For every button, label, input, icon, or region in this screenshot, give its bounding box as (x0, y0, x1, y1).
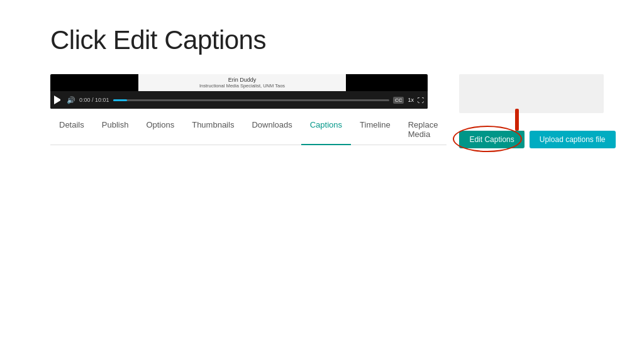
tab-replace-media[interactable]: Replace Media (399, 115, 447, 145)
page-title: Click Edit Captions (0, 0, 644, 68)
video-player: Erin Duddy Instructional Media Specialis… (50, 74, 428, 109)
tab-thumbnails[interactable]: Thumbnails (183, 115, 243, 145)
tab-options[interactable]: Options (137, 115, 183, 145)
tab-publish[interactable]: Publish (93, 115, 138, 145)
cc-button[interactable]: CC (393, 97, 404, 104)
play-button[interactable] (54, 96, 63, 104)
speed-button[interactable]: 1x (408, 97, 414, 103)
presenter-name: Erin Duddy (228, 77, 257, 83)
tabs-row: Details Publish Options Thumbnails Downl… (50, 115, 447, 145)
volume-button[interactable]: 🔊 (67, 96, 75, 104)
upload-captions-button[interactable]: Upload captions file (530, 131, 616, 148)
presenter-title: Instructional Media Specialist, UNM Taos (199, 83, 285, 89)
tab-captions[interactable]: Captions (301, 115, 351, 145)
edit-captions-button[interactable]: Edit Captions (459, 131, 524, 148)
progress-fill (113, 99, 127, 101)
tab-timeline[interactable]: Timeline (351, 115, 399, 145)
time-display: 0:00 / 10:01 (79, 97, 109, 103)
tab-downloads[interactable]: Downloads (243, 115, 301, 145)
left-panel: Erin Duddy Instructional Media Specialis… (50, 74, 447, 148)
video-slide-center: Erin Duddy Instructional Media Specialis… (138, 74, 346, 91)
buttons-row: Edit Captions Upload captions file (459, 131, 615, 148)
fullscreen-button[interactable]: ⛶ (418, 97, 424, 104)
sidebar-placeholder (459, 74, 604, 113)
video-controls: 🔊 0:00 / 10:01 CC 1x ⛶ (50, 91, 428, 109)
tab-details[interactable]: Details (50, 115, 93, 145)
progress-bar[interactable] (113, 99, 389, 101)
